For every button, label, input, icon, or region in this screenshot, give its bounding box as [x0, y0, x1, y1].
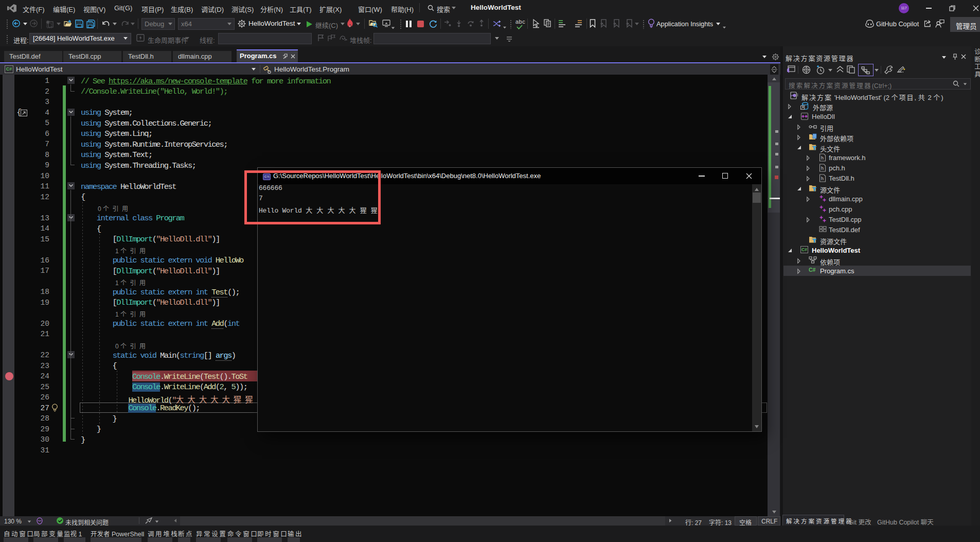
- svg-text:h: h: [821, 176, 824, 181]
- svg-text:h: h: [821, 166, 824, 171]
- svg-text:h: h: [821, 155, 824, 161]
